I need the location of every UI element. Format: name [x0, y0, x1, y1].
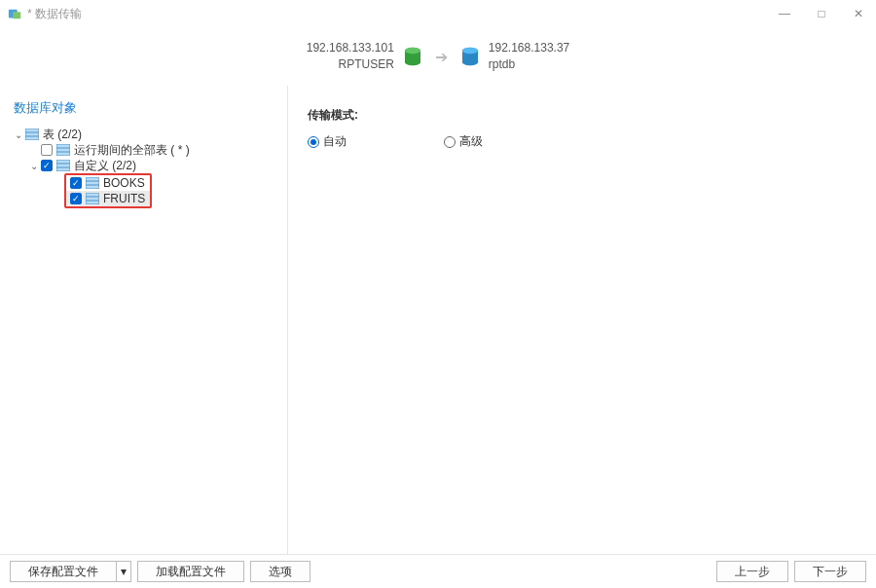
source-user: RPTUSER — [307, 56, 394, 73]
button-label: 保存配置文件 — [28, 564, 98, 580]
next-button[interactable]: 下一步 — [794, 561, 866, 582]
svg-rect-12 — [56, 160, 70, 171]
app-icon — [8, 7, 21, 20]
svg-rect-9 — [56, 144, 70, 156]
arrow-right-icon: ➔ — [435, 48, 448, 66]
main-area: 数据库对象 ⌄ 表 (2/2) 运行期间的全部表 ( * ) ⌄ ✓ 自定义 (… — [0, 86, 876, 555]
target-connection: 192.168.133.37 rptdb — [461, 40, 569, 73]
tree-label: FRUITS — [103, 192, 145, 205]
tree-label: 自定义 (2/2) — [74, 158, 136, 174]
source-host: 192.168.133.101 — [307, 40, 394, 56]
radio-dot-icon — [308, 136, 319, 148]
connection-bar: 192.168.133.101 RPTUSER ➔ 192.168.133.37… — [0, 27, 876, 86]
radio-label: 高级 — [459, 133, 483, 150]
settings-panel: 传输模式: 自动 高级 — [288, 86, 876, 554]
svg-rect-6 — [25, 129, 39, 140]
svg-rect-18 — [86, 193, 99, 204]
checkbox[interactable]: ✓ — [41, 160, 53, 171]
database-icon — [404, 47, 421, 66]
objects-panel: 数据库对象 ⌄ 表 (2/2) 运行期间的全部表 ( * ) ⌄ ✓ 自定义 (… — [0, 86, 288, 554]
checkbox[interactable]: ✓ — [70, 193, 82, 204]
table-icon — [86, 193, 99, 204]
radio-advanced[interactable]: 高级 — [444, 133, 483, 150]
source-connection: 192.168.133.101 RPTUSER — [307, 40, 421, 73]
transfer-mode-radios: 自动 高级 — [308, 133, 857, 150]
minimize-icon[interactable]: — — [775, 7, 794, 20]
checkbox[interactable]: ✓ — [70, 177, 82, 189]
section-title: 数据库对象 — [8, 95, 279, 127]
tree-label: 运行期间的全部表 ( * ) — [74, 142, 190, 159]
table-icon — [56, 160, 70, 171]
titlebar: * 数据传输 — □ ✕ — [0, 0, 876, 27]
maximize-icon[interactable]: □ — [812, 7, 831, 20]
svg-rect-15 — [86, 177, 99, 189]
prev-button[interactable]: 上一步 — [716, 561, 788, 582]
radio-label: 自动 — [323, 133, 347, 150]
tree-node-custom[interactable]: ⌄ ✓ 自定义 (2/2) — [8, 158, 279, 173]
tree-node-runtime-all[interactable]: 运行期间的全部表 ( * ) — [8, 142, 279, 158]
table-icon — [25, 129, 39, 140]
tree-label: 表 (2/2) — [43, 127, 82, 143]
tree-node-tables[interactable]: ⌄ 表 (2/2) — [8, 127, 279, 142]
close-icon[interactable]: ✕ — [849, 7, 868, 20]
tree-leaf-fruits[interactable]: ✓ FRUITS — [66, 191, 150, 206]
button-label: 加载配置文件 — [156, 564, 226, 580]
table-icon — [56, 144, 70, 156]
checkbox[interactable] — [41, 144, 53, 156]
source-text: 192.168.133.101 RPTUSER — [307, 40, 394, 73]
load-profile-button[interactable]: 加载配置文件 — [137, 561, 244, 582]
svg-rect-1 — [13, 12, 20, 18]
chevron-down-icon[interactable]: ⌄ — [27, 161, 41, 171]
radio-auto[interactable]: 自动 — [308, 133, 347, 150]
target-db: rptdb — [489, 56, 569, 73]
button-label: 下一步 — [813, 564, 848, 580]
database-icon — [461, 47, 479, 66]
target-host: 192.168.133.37 — [489, 40, 569, 56]
window-title: * 数据传输 — [27, 6, 82, 22]
tree-leaf-books[interactable]: ✓ BOOKS — [66, 175, 150, 191]
radio-dot-icon — [444, 136, 456, 148]
highlight-annotation: ✓ BOOKS ✓ FRUITS — [64, 173, 152, 208]
target-text: 192.168.133.37 rptdb — [489, 40, 569, 73]
transfer-mode-label: 传输模式: — [308, 107, 857, 124]
options-button[interactable]: 选项 — [250, 561, 310, 582]
tree-label: BOOKS — [103, 176, 145, 190]
window-controls: — □ ✕ — [775, 7, 868, 20]
save-profile-button[interactable]: 保存配置文件 — [10, 561, 117, 582]
svg-point-5 — [462, 48, 478, 54]
save-profile-group: 保存配置文件 ▾ — [10, 561, 131, 582]
chevron-down-icon[interactable]: ⌄ — [12, 129, 25, 140]
footer-bar: 保存配置文件 ▾ 加载配置文件 选项 上一步 下一步 — [0, 555, 876, 588]
table-icon — [86, 177, 99, 189]
svg-point-3 — [405, 48, 420, 54]
button-label: 上一步 — [735, 564, 770, 580]
save-profile-dropdown[interactable]: ▾ — [117, 561, 131, 582]
button-label: 选项 — [269, 564, 292, 580]
